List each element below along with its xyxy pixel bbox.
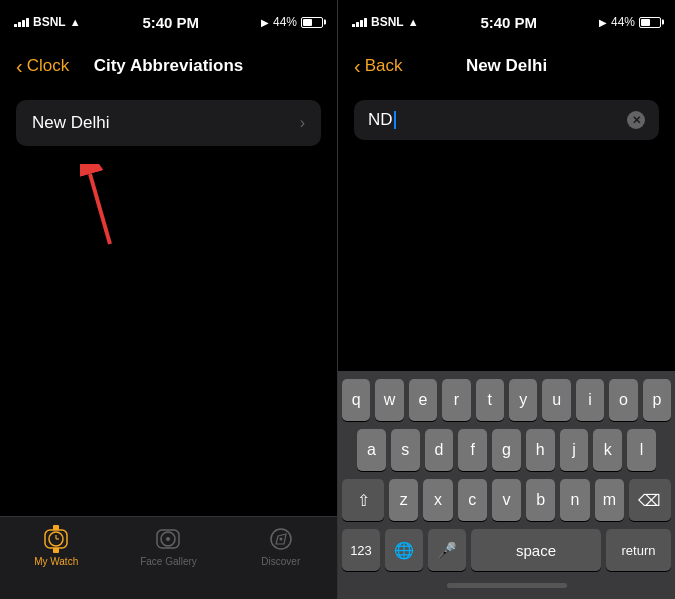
right-nav-title: New Delhi [466, 56, 547, 76]
right-time: 5:40 PM [480, 14, 537, 31]
search-value: ND [368, 110, 393, 130]
tab-face-gallery-label: Face Gallery [140, 556, 197, 567]
arrow-annotation [0, 164, 337, 254]
text-cursor [394, 111, 396, 129]
key-l[interactable]: l [627, 429, 656, 471]
keyboard-row-4: 123 🌐 🎤 space return [342, 529, 671, 571]
key-o[interactable]: o [609, 379, 637, 421]
key-v[interactable]: v [492, 479, 521, 521]
discover-icon [267, 525, 295, 553]
search-input[interactable]: ND [368, 110, 396, 130]
key-y[interactable]: y [509, 379, 537, 421]
search-clear-button[interactable]: ✕ [627, 111, 645, 129]
key-d[interactable]: d [425, 429, 454, 471]
key-n[interactable]: n [560, 479, 589, 521]
key-b[interactable]: b [526, 479, 555, 521]
keyboard-row-3: ⇧ z x c v b n m ⌫ [342, 479, 671, 521]
key-p[interactable]: p [643, 379, 671, 421]
tab-my-watch[interactable]: My Watch [0, 525, 112, 567]
right-status-bar: BSNL ▲ 5:40 PM ▶ 44% [338, 0, 675, 44]
left-status-bar: BSNL ▲ 5:40 PM ▶ 44% [0, 0, 337, 44]
globe-key[interactable]: 🌐 [385, 529, 423, 571]
keyboard-row-1: q w e r t y u i o p [342, 379, 671, 421]
tab-face-gallery[interactable]: Face Gallery [112, 525, 224, 567]
key-a[interactable]: a [357, 429, 386, 471]
my-watch-icon [42, 525, 70, 553]
keyboard: q w e r t y u i o p a s d f g h j k l ⇧ … [338, 371, 675, 599]
key-e[interactable]: e [409, 379, 437, 421]
key-w[interactable]: w [375, 379, 403, 421]
right-wifi-icon: ▲ [408, 16, 419, 28]
battery-icon [301, 17, 323, 28]
key-g[interactable]: g [492, 429, 521, 471]
search-bar-container: ND ✕ [338, 92, 675, 148]
key-h[interactable]: h [526, 429, 555, 471]
key-r[interactable]: r [442, 379, 470, 421]
left-time: 5:40 PM [142, 14, 199, 31]
right-carrier-label: BSNL [371, 15, 404, 29]
list-item-chevron-icon: › [300, 114, 305, 132]
left-status-left: BSNL ▲ [14, 15, 81, 29]
key-m[interactable]: m [595, 479, 624, 521]
right-back-button[interactable]: ‹ Back [354, 56, 402, 76]
right-signal-icon [352, 18, 367, 27]
key-k[interactable]: k [593, 429, 622, 471]
left-back-button[interactable]: ‹ Clock [16, 56, 69, 76]
key-x[interactable]: x [423, 479, 452, 521]
left-status-right: ▶ 44% [261, 15, 323, 29]
list-item-text: New Delhi [32, 113, 109, 133]
shift-key[interactable]: ⇧ [342, 479, 384, 521]
key-t[interactable]: t [476, 379, 504, 421]
return-key[interactable]: return [606, 529, 671, 571]
list-item-container: New Delhi › [0, 92, 337, 154]
battery-fill [303, 19, 312, 26]
right-battery-percent: 44% [611, 15, 635, 29]
svg-line-1 [90, 174, 110, 244]
key-u[interactable]: u [542, 379, 570, 421]
location-icon: ▶ [261, 17, 269, 28]
battery-percent: 44% [273, 15, 297, 29]
right-battery-icon [639, 17, 661, 28]
face-gallery-icon [154, 525, 182, 553]
right-panel: BSNL ▲ 5:40 PM ▶ 44% ‹ Back New Delhi ND… [338, 0, 675, 599]
new-delhi-list-item[interactable]: New Delhi › [16, 100, 321, 146]
left-panel: BSNL ▲ 5:40 PM ▶ 44% ‹ Clock City Abbrev… [0, 0, 337, 599]
key-f[interactable]: f [458, 429, 487, 471]
mic-key[interactable]: 🎤 [428, 529, 466, 571]
tab-my-watch-label: My Watch [34, 556, 78, 567]
tab-discover[interactable]: Discover [225, 525, 337, 567]
right-back-label: Back [365, 56, 403, 76]
tab-discover-label: Discover [261, 556, 300, 567]
key-s[interactable]: s [391, 429, 420, 471]
svg-point-13 [279, 538, 282, 541]
search-bar[interactable]: ND ✕ [354, 100, 659, 140]
space-key[interactable]: space [471, 529, 601, 571]
key-z[interactable]: z [389, 479, 418, 521]
keyboard-row-2: a s d f g h j k l [342, 429, 671, 471]
left-chevron-icon: ‹ [16, 56, 23, 76]
svg-point-10 [166, 537, 170, 541]
red-arrow-icon [80, 164, 160, 254]
key-q[interactable]: q [342, 379, 370, 421]
clear-icon: ✕ [632, 114, 641, 127]
right-nav-bar: ‹ Back New Delhi [338, 44, 675, 88]
right-status-left: BSNL ▲ [352, 15, 419, 29]
left-back-label: Clock [27, 56, 70, 76]
left-nav-title: City Abbreviations [94, 56, 244, 76]
key-i[interactable]: i [576, 379, 604, 421]
wifi-icon: ▲ [70, 16, 81, 28]
right-status-right: ▶ 44% [599, 15, 661, 29]
carrier-label: BSNL [33, 15, 66, 29]
signal-icon [14, 18, 29, 27]
right-location-icon: ▶ [599, 17, 607, 28]
left-nav-bar: ‹ Clock City Abbreviations [0, 44, 337, 88]
key-j[interactable]: j [560, 429, 589, 471]
numbers-key[interactable]: 123 [342, 529, 380, 571]
right-chevron-icon: ‹ [354, 56, 361, 76]
home-indicator [342, 575, 671, 595]
tab-bar: My Watch Face Gallery Disc [0, 516, 337, 599]
backspace-key[interactable]: ⌫ [629, 479, 671, 521]
key-c[interactable]: c [458, 479, 487, 521]
